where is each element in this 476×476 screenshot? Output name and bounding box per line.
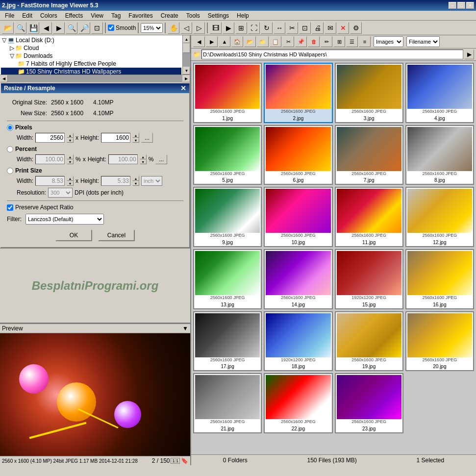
thumbnail-2-jpg[interactable]: 2560x1600 JPEG2.jpg <box>264 63 332 123</box>
save-button[interactable]: 💾 <box>27 22 39 34</box>
print-btn[interactable]: 🖨 <box>312 22 324 34</box>
pixels-height-down[interactable]: ▼ <box>132 138 139 143</box>
menu-effects[interactable]: Effects <box>61 11 87 20</box>
hscroll-right-btn[interactable]: ▶ <box>182 75 190 82</box>
thumbnail-15-jpg[interactable]: 1920x1200 JPEG15.jpg <box>335 249 403 309</box>
fit-button[interactable]: ⊡ <box>91 22 103 34</box>
menu-file[interactable]: File <box>1 11 18 20</box>
print-width-down[interactable]: ▼ <box>67 181 74 186</box>
percent-width-input[interactable] <box>35 154 65 164</box>
thumbnail-1-jpg[interactable]: 2560x1600 JPEG1.jpg <box>193 63 262 123</box>
thumbnail-4-jpg[interactable]: 2560x1600 JPEG4.jpg <box>405 63 474 123</box>
thumbnail-14-jpg[interactable]: 2560x1600 JPEG14.jpg <box>264 249 332 309</box>
pct-height-down[interactable]: ▼ <box>140 159 147 164</box>
list-btn[interactable]: ☰ <box>346 36 358 47</box>
pixels-radio[interactable] <box>7 125 13 131</box>
open-button[interactable]: 📂 <box>2 22 14 34</box>
thumbnail-9-jpg[interactable]: 2560x1600 JPEG9.jpg <box>193 187 262 247</box>
resize-btn[interactable]: ⊡ <box>299 22 311 34</box>
tree-item-localdisk[interactable]: ▽ 💻 Local Disk (D:) <box>1 36 181 44</box>
ok-button[interactable]: OK <box>55 229 92 241</box>
close-button[interactable]: × <box>466 2 474 9</box>
pixels-height-input[interactable] <box>101 133 130 143</box>
slideshow-btn[interactable]: ▶ <box>223 22 234 34</box>
fullscreen-btn[interactable]: ⛶ <box>248 22 260 34</box>
zoom-select[interactable]: 15% <box>141 23 163 33</box>
maximize-button[interactable]: □ <box>457 2 465 9</box>
tree-item-7habits[interactable]: 📁 7 Habits of Highly Effective People <box>1 60 181 68</box>
film-strip-btn[interactable]: 🎞 <box>210 22 222 34</box>
percent-radio[interactable] <box>7 146 13 152</box>
cancel-button[interactable]: Cancel <box>98 229 135 241</box>
percent-more-button[interactable]: ... <box>155 154 167 164</box>
crop-btn[interactable]: ✂ <box>286 22 298 34</box>
folder-new-btn[interactable]: 📁 <box>257 36 269 47</box>
thumbnail-17-jpg[interactable]: 2560x1600 JPEG17.jpg <box>193 311 262 372</box>
hand-tool[interactable]: ✋ <box>168 22 179 34</box>
copy-btn[interactable]: 📋 <box>270 36 281 47</box>
menu-tag[interactable]: Tag <box>107 11 125 20</box>
back-button[interactable]: ◀ <box>193 36 205 47</box>
print-radio[interactable] <box>7 168 13 174</box>
pixels-width-down[interactable]: ▼ <box>67 138 74 143</box>
home-button[interactable]: 🏠 <box>231 36 243 47</box>
print-height-down[interactable]: ▼ <box>132 181 139 186</box>
thumbnail-16-jpg[interactable]: 2560x1600 JPEG16.jpg <box>405 249 474 309</box>
percent-height-input[interactable] <box>108 154 138 164</box>
address-go-button[interactable]: ▶ <box>464 50 474 59</box>
thumbnail-19-jpg[interactable]: 2560x1600 JPEG19.jpg <box>335 311 403 372</box>
filter-select[interactable]: Lanczos3 (Default) Bicubic Bilinear Box <box>25 214 104 225</box>
pixels-more-button[interactable]: ... <box>141 133 153 143</box>
pixels-width-up[interactable]: ▲ <box>67 133 74 138</box>
thumbnail-20-jpg[interactable]: 2560x1600 JPEG20.jpg <box>405 311 474 372</box>
thumbnail-6-jpg[interactable]: 2560x1600 JPEG6.jpg <box>264 125 332 185</box>
forward-button[interactable]: ▶ <box>206 36 218 47</box>
thumbnail-5-jpg[interactable]: 2560x1600 JPEG5.jpg <box>193 125 262 185</box>
resolution-select[interactable]: 3007296150200600 <box>48 188 73 198</box>
scroll-track[interactable] <box>183 43 190 67</box>
scroll-thumb[interactable] <box>183 43 190 53</box>
cut-btn[interactable]: ✂ <box>282 36 294 47</box>
thumbnail-12-jpg[interactable]: 2560x1600 JPEG12.jpg <box>405 187 474 247</box>
pct-height-up[interactable]: ▲ <box>140 154 147 159</box>
compare-btn[interactable]: ⊞ <box>235 22 247 34</box>
print-height-up[interactable]: ▲ <box>132 176 139 181</box>
menu-tools[interactable]: Tools <box>182 11 204 20</box>
sort-select[interactable]: FilenameDateSizeType <box>406 36 440 47</box>
dialog-title-bar[interactable]: Resize / Resample ✕ <box>1 83 189 93</box>
print-width-input[interactable] <box>35 176 65 186</box>
pixels-width-input[interactable] <box>35 133 65 143</box>
del-btn[interactable]: 🗑 <box>308 36 320 47</box>
browse-button[interactable]: 🔍 <box>15 22 26 34</box>
delete-btn[interactable]: ✕ <box>337 22 349 34</box>
hscroll-left-btn[interactable]: ◀ <box>0 75 8 82</box>
thumbnail-21-jpg[interactable]: 2560x1600 JPEG21.jpg <box>193 373 262 433</box>
menu-create[interactable]: Create <box>157 11 182 20</box>
preview-header[interactable]: Preview ▼ <box>0 324 190 333</box>
thumbnail-3-jpg[interactable]: 2560x1600 JPEG3.jpg <box>335 63 403 123</box>
scroll-down-btn[interactable]: ▼ <box>183 67 190 75</box>
thumbnail-8-jpg[interactable]: 2560x1600 JPEG8.jpg <box>405 125 474 185</box>
pct-width-down[interactable]: ▼ <box>67 159 74 164</box>
arrow-right[interactable]: ▷ <box>193 22 205 34</box>
up-button[interactable]: ▲ <box>219 36 230 47</box>
minimize-button[interactable]: − <box>449 2 456 9</box>
preserve-aspect-checkbox[interactable] <box>7 204 13 211</box>
next-button[interactable]: ▶ <box>53 22 65 34</box>
prev-button[interactable]: ◀ <box>40 22 52 34</box>
flip-btn[interactable]: ↔ <box>274 22 285 34</box>
thumbnail-10-jpg[interactable]: 2560x1600 JPEG10.jpg <box>264 187 332 247</box>
tree-item-christmas[interactable]: 📁 150 Shiny Christmas HD Wallpapers <box>1 68 181 75</box>
settings-btn[interactable]: ⚙ <box>350 22 362 34</box>
print-height-input[interactable] <box>101 176 130 186</box>
thumbnail-11-jpg[interactable]: 2560x1600 JPEG11.jpg <box>335 187 403 247</box>
smooth-checkbox[interactable] <box>108 25 114 31</box>
pixels-height-up[interactable]: ▲ <box>132 133 139 138</box>
menu-settings[interactable]: Settings <box>204 11 233 20</box>
thumbnail-7-jpg[interactable]: 2560x1600 JPEG7.jpg <box>335 125 403 185</box>
menu-help[interactable]: Help <box>233 11 253 20</box>
dialog-close-button[interactable]: ✕ <box>180 84 186 92</box>
rotate-btn[interactable]: ↻ <box>261 22 273 34</box>
menu-view[interactable]: View <box>87 11 107 20</box>
zoom-in-button[interactable]: 🔍 <box>66 22 77 34</box>
